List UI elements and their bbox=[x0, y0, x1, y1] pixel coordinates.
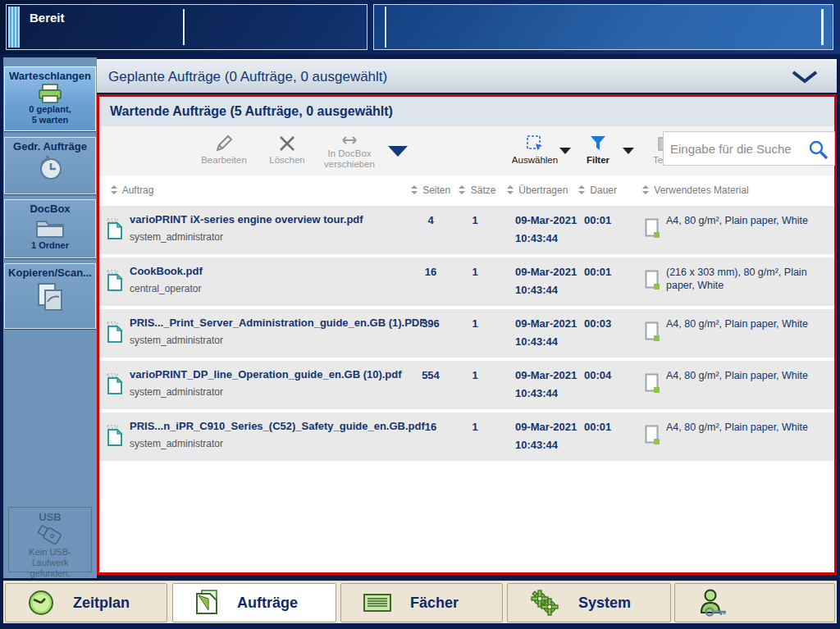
tab-zeitplan[interactable]: Zeitplan bbox=[5, 583, 167, 622]
chevron-down-icon[interactable] bbox=[791, 71, 819, 84]
material-icon bbox=[645, 425, 660, 445]
scheduled-jobs-bar[interactable]: Geplante Aufträge (0 Aufträge, 0 ausgewä… bbox=[97, 59, 837, 93]
filter-icon bbox=[588, 134, 608, 153]
copy-scan-icon bbox=[34, 280, 66, 313]
job-name: varioPRINT iX-series engine overview tou… bbox=[130, 213, 363, 226]
job-name: PRIS..._Print_Server_Administration_guid… bbox=[130, 317, 426, 329]
docbox-folder-count: 1 Ordner bbox=[5, 240, 95, 251]
table-row[interactable]: PRIS...n_iPR_C910_Series_(C52)_Safety_gu… bbox=[99, 412, 834, 461]
tab-faecher[interactable]: Fächer bbox=[340, 583, 503, 622]
material-icon bbox=[645, 218, 660, 239]
machine-status-box: Bereit bbox=[6, 4, 368, 50]
sort-icon bbox=[578, 185, 585, 194]
job-pages: 16 bbox=[409, 266, 452, 278]
sidebar-item-label: Gedr. Aufträge bbox=[5, 138, 95, 153]
job-transferred-time: 10:43:44 bbox=[515, 284, 558, 296]
job-sets: 1 bbox=[454, 421, 496, 433]
sidebar-item-label: Warteschlangen bbox=[5, 67, 95, 82]
job-owner: system_administrator bbox=[130, 231, 223, 243]
job-material: A4, 80 g/m², Plain paper, White bbox=[666, 369, 830, 382]
sort-icon bbox=[459, 185, 465, 194]
scheduled-jobs-title: Geplante Aufträge (0 Aufträge, 0 ausgewä… bbox=[108, 69, 387, 85]
sidebar-item-gedr-auftraege[interactable]: Gedr. Aufträge bbox=[4, 137, 96, 194]
job-document-icon bbox=[107, 218, 123, 240]
search-icon[interactable] bbox=[808, 139, 829, 161]
job-pages: 16 bbox=[409, 421, 452, 433]
job-owner: system_administrator bbox=[130, 386, 223, 398]
column-header-material[interactable]: Verwendetes Material bbox=[642, 185, 749, 196]
job-duration: 00:01 bbox=[584, 214, 611, 226]
sidebar-item-label: Kopieren/Scan... bbox=[5, 264, 95, 279]
delete-button[interactable]: Löschen bbox=[257, 132, 317, 166]
jobs-icon bbox=[194, 589, 219, 617]
status-divider bbox=[183, 9, 185, 45]
material-icon bbox=[645, 270, 660, 290]
history-icon bbox=[36, 154, 64, 182]
sidebar-item-docbox[interactable]: DocBox 1 Ordner bbox=[4, 199, 96, 258]
job-duration: 00:01 bbox=[584, 266, 611, 278]
filter-dropdown[interactable] bbox=[623, 148, 634, 154]
job-transferred-date: 09-Mar-2021 bbox=[515, 266, 577, 278]
select-dropdown[interactable] bbox=[559, 148, 571, 154]
column-header-seiten[interactable]: Seiten bbox=[409, 185, 452, 196]
table-row[interactable]: varioPRINT_DP_line_Operation_guide_en.GB… bbox=[99, 361, 834, 409]
tab-auftraege[interactable]: Aufträge bbox=[172, 583, 336, 622]
table-row[interactable]: CookBook.pdf central_operator 16 1 09-Ma… bbox=[99, 258, 834, 306]
job-pages: 4 bbox=[409, 214, 452, 226]
sort-icon bbox=[111, 185, 117, 194]
column-header-dauer[interactable]: Dauer bbox=[578, 185, 617, 196]
job-name: CookBook.pdf bbox=[130, 265, 203, 277]
job-transferred-date: 09-Mar-2021 bbox=[515, 317, 577, 330]
search-input[interactable] bbox=[670, 132, 801, 165]
job-owner: system_administrator bbox=[130, 335, 223, 346]
job-transferred-time: 10:43:44 bbox=[515, 232, 558, 244]
top-status-bar: Bereit bbox=[0, 0, 840, 54]
column-header-uebertragen[interactable]: Übertragen bbox=[507, 185, 568, 196]
column-header-saetze[interactable]: Sätze bbox=[454, 185, 501, 196]
close-icon bbox=[278, 134, 296, 153]
info-divider-left bbox=[385, 7, 386, 48]
tab-system[interactable]: System bbox=[507, 583, 671, 622]
waiting-jobs-title: Wartende Aufträge (5 Aufträge, 0 ausgewä… bbox=[99, 97, 834, 126]
bottom-edge bbox=[0, 623, 840, 629]
sidebar-item-label: DocBox bbox=[5, 200, 95, 215]
job-transferred-date: 09-Mar-2021 bbox=[515, 421, 577, 433]
job-document-icon bbox=[107, 425, 123, 447]
more-actions-dropdown[interactable] bbox=[388, 146, 408, 157]
usb-icon bbox=[36, 524, 64, 545]
job-material: A4, 80 g/m², Plain paper, White bbox=[666, 421, 830, 434]
job-material: A4, 80 g/m², Plain paper, White bbox=[666, 317, 830, 330]
edit-button[interactable]: Bearbeiten bbox=[194, 132, 254, 166]
select-button[interactable]: Auswählen bbox=[504, 132, 565, 166]
job-duration: 00:04 bbox=[584, 369, 611, 381]
sidebar: Warteschlangen 0 geplant, 5 warten Gedr.… bbox=[3, 57, 97, 578]
job-material: A4, 80 g/m², Plain paper, White bbox=[666, 214, 830, 227]
folder-icon bbox=[34, 217, 66, 239]
filter-button[interactable]: Filter bbox=[571, 132, 625, 166]
tab-label: Aufträge bbox=[237, 595, 298, 612]
bottom-tab-bar: Zeitplan Aufträge Fächer bbox=[3, 581, 837, 623]
column-header-auftrag[interactable]: Auftrag bbox=[111, 185, 153, 196]
sort-icon bbox=[411, 185, 418, 194]
job-document-icon bbox=[107, 321, 123, 344]
table-row[interactable]: varioPRINT iX-series engine overview tou… bbox=[99, 206, 834, 254]
sidebar-item-warteschlangen[interactable]: Warteschlangen 0 geplant, 5 warten bbox=[4, 66, 96, 131]
usb-label: USB bbox=[9, 508, 91, 523]
tab-label: System bbox=[578, 595, 631, 612]
left-edge bbox=[0, 54, 3, 629]
gears-icon bbox=[529, 589, 560, 617]
job-duration: 00:01 bbox=[584, 421, 611, 433]
job-name: PRIS...n_iPR_C910_Series_(C52)_Safety_gu… bbox=[130, 420, 425, 432]
job-owner: system_administrator bbox=[130, 438, 223, 449]
tab-login[interactable] bbox=[674, 583, 835, 622]
job-sets: 1 bbox=[454, 266, 496, 278]
sidebar-item-kopieren-scan[interactable]: Kopieren/Scan... bbox=[4, 263, 96, 329]
move-to-docbox-button[interactable]: In DocBox verschieben bbox=[316, 132, 383, 170]
job-pages: 554 bbox=[409, 369, 452, 381]
job-sets: 1 bbox=[454, 369, 496, 381]
table-row[interactable]: PRIS..._Print_Server_Administration_guid… bbox=[99, 309, 834, 358]
material-icon bbox=[645, 373, 660, 394]
job-material: (216 x 303 mm), 80 g/m², Plain paper, Wh… bbox=[666, 266, 830, 292]
job-pages: 396 bbox=[409, 317, 452, 330]
job-transferred-date: 09-Mar-2021 bbox=[515, 369, 577, 381]
